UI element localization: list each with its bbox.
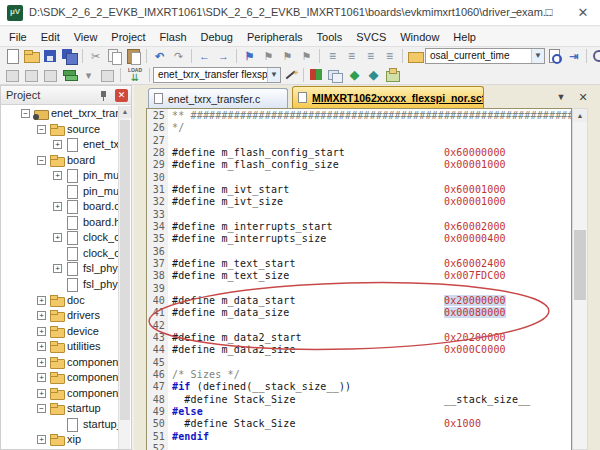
tree-item-device[interactable]: +device bbox=[1, 324, 118, 340]
code-line-33[interactable]: 33 bbox=[147, 209, 571, 221]
menu-item-window[interactable]: Window bbox=[393, 28, 446, 47]
code-line-49[interactable]: 49#else bbox=[147, 406, 571, 418]
code-line-38[interactable]: 38#define m_text_size0x007FDC00 bbox=[147, 270, 571, 282]
tree-item-pin-mu[interactable]: +pin_mu bbox=[1, 168, 118, 184]
menu-item-file[interactable]: File bbox=[2, 28, 34, 47]
expand-icon[interactable]: + bbox=[53, 202, 62, 211]
expand-icon[interactable]: + bbox=[37, 296, 46, 305]
code-line-50[interactable]: 50 #define Stack_Size0x1000 bbox=[147, 418, 571, 430]
undo-icon[interactable]: ↶ bbox=[151, 48, 168, 65]
tree-item-doc[interactable]: +doc bbox=[1, 293, 118, 309]
tree-item-fsl-phy-[interactable]: +fsl_phy. bbox=[1, 261, 118, 277]
save-all-icon[interactable] bbox=[61, 48, 78, 65]
tree-item-fsl-phy-[interactable]: fsl_phy. bbox=[1, 277, 118, 293]
bookmark-next-icon[interactable]: ⚑ bbox=[279, 48, 296, 65]
tree-item-component[interactable]: +component bbox=[1, 355, 118, 371]
run-to-cursor-icon[interactable]: ⇥ bbox=[565, 48, 582, 65]
search-term-select[interactable]: osal_current_time▼ bbox=[425, 48, 545, 64]
configure-flash-tools-icon[interactable]: ◆ bbox=[365, 67, 382, 84]
target-select[interactable]: enet_txrx_transfer flexspi▼ bbox=[153, 67, 281, 83]
copy-icon[interactable] bbox=[106, 48, 123, 65]
code-line-46[interactable]: 46/* Sizes */ bbox=[147, 369, 571, 381]
navigate-back-icon[interactable]: ← bbox=[196, 48, 213, 65]
menu-item-flash[interactable]: Flash bbox=[153, 28, 194, 47]
new-file-icon[interactable] bbox=[4, 48, 21, 65]
tab-enet-txrx-transfer[interactable]: enet_txrx_transfer.c bbox=[148, 88, 288, 108]
tree-item-pin-mu[interactable]: pin_mu bbox=[1, 184, 118, 200]
code-line-42[interactable]: 42 bbox=[147, 320, 571, 332]
tree-item-board-c[interactable]: +board.c bbox=[1, 199, 118, 215]
tree-item-board[interactable]: −board bbox=[1, 153, 118, 169]
code-line-48[interactable]: 48 #define Stack_Size__stack_size__ bbox=[147, 394, 571, 406]
code-line-47[interactable]: 47#if (defined(__stack_size__)) bbox=[147, 381, 571, 393]
batch-build-icon[interactable] bbox=[61, 67, 78, 84]
pin-icon[interactable] bbox=[99, 90, 109, 101]
code-line-44[interactable]: 44#define m_data2_size0x000C0000 bbox=[147, 344, 571, 356]
tree-item-startup-[interactable]: startup_ bbox=[1, 417, 118, 433]
menu-item-edit[interactable]: Edit bbox=[34, 28, 67, 47]
uncomment-selection-icon[interactable] bbox=[381, 48, 398, 65]
tree-item-component[interactable]: +component bbox=[1, 370, 118, 386]
expand-icon[interactable]: + bbox=[53, 140, 62, 149]
collapse-icon[interactable]: − bbox=[37, 404, 46, 413]
expand-icon[interactable]: + bbox=[37, 358, 46, 367]
bookmark-toggle-icon[interactable]: ⚑ bbox=[241, 48, 258, 65]
indent-icon[interactable] bbox=[343, 48, 360, 65]
rebuild-icon[interactable] bbox=[42, 67, 59, 84]
collapse-icon[interactable]: − bbox=[37, 125, 46, 134]
menu-item-peripherals[interactable]: Peripherals bbox=[240, 28, 310, 47]
tab-list-dropdown-icon[interactable]: ▼ bbox=[554, 90, 568, 104]
code-line-45[interactable]: 45 bbox=[147, 357, 571, 369]
pack-installer-icon[interactable] bbox=[384, 67, 401, 84]
tree-item-source[interactable]: −source bbox=[1, 122, 118, 138]
chevron-down-icon[interactable]: ▼ bbox=[267, 68, 280, 82]
expand-icon[interactable]: + bbox=[53, 171, 62, 180]
save-icon[interactable] bbox=[42, 48, 59, 65]
code-line-37[interactable]: 37#define m_text_start0x60002400 bbox=[147, 258, 571, 270]
expand-icon[interactable]: + bbox=[53, 264, 62, 273]
menu-item-project[interactable]: Project bbox=[104, 28, 152, 47]
editor-scroll-thumb[interactable] bbox=[574, 230, 586, 300]
code-editor[interactable]: 25** ###################################… bbox=[146, 108, 572, 450]
expand-icon[interactable]: + bbox=[37, 435, 46, 444]
translate-icon[interactable] bbox=[4, 67, 21, 84]
tree-item-clock-c[interactable]: +clock_c bbox=[1, 230, 118, 246]
expand-icon[interactable]: + bbox=[37, 389, 46, 398]
code-line-43[interactable]: 43#define m_data2_start0x20200000 bbox=[147, 332, 571, 344]
tab-close-icon[interactable]: ✕ bbox=[576, 90, 590, 104]
code-line-39[interactable]: 39 bbox=[147, 283, 571, 295]
comment-selection-icon[interactable] bbox=[362, 48, 379, 65]
tree-item-component[interactable]: +component bbox=[1, 386, 118, 402]
code-line-29[interactable]: 29#define m_flash_config_size0x00001000 bbox=[147, 159, 571, 171]
find-in-files-icon[interactable] bbox=[407, 48, 424, 65]
cut-icon[interactable]: ✂ bbox=[87, 48, 104, 65]
debug-session-icon[interactable] bbox=[308, 67, 325, 84]
code-line-41[interactable]: 41#define m_data_size0x00080000 bbox=[147, 307, 571, 319]
tree-item-enet-txrx-transf[interactable]: −enet_txrx_transf bbox=[1, 106, 118, 122]
collapse-icon[interactable]: − bbox=[21, 109, 30, 118]
manage-windows-icon[interactable] bbox=[327, 67, 344, 84]
code-line-34[interactable]: 34#define m_interrupts_start0x60002000 bbox=[147, 221, 571, 233]
collapse-icon[interactable]: − bbox=[37, 156, 46, 165]
bookmark-prev-icon[interactable]: ⚑ bbox=[260, 48, 277, 65]
code-line-36[interactable]: 36 bbox=[147, 246, 571, 258]
code-line-32[interactable]: 32#define m_ivt_size0x00001000 bbox=[147, 196, 571, 208]
menu-item-debug[interactable]: Debug bbox=[194, 28, 240, 47]
scroll-up-icon[interactable]: ▲ bbox=[573, 109, 587, 122]
menu-item-help[interactable]: Help bbox=[446, 28, 483, 47]
unindent-icon[interactable] bbox=[324, 48, 341, 65]
editor-scrollbar[interactable]: ▲ bbox=[572, 108, 588, 450]
code-line-31[interactable]: 31#define m_ivt_start0x60001000 bbox=[147, 184, 571, 196]
tree-item-enet-txr[interactable]: +enet_txr bbox=[1, 137, 118, 153]
code-line-30[interactable]: 30 bbox=[147, 172, 571, 184]
bookmark-clear-icon[interactable]: ⚑ bbox=[298, 48, 315, 65]
tree-item-xip[interactable]: +xip bbox=[1, 432, 118, 448]
code-line-52[interactable]: 52 bbox=[147, 443, 571, 450]
tree-item-drivers[interactable]: +drivers bbox=[1, 308, 118, 324]
code-line-51[interactable]: 51#endif bbox=[147, 431, 571, 443]
code-line-28[interactable]: 28#define m_flash_config_start0x60000000 bbox=[147, 147, 571, 159]
stop-build-icon[interactable] bbox=[99, 67, 116, 84]
minimize-button[interactable]: – bbox=[498, 0, 532, 25]
expand-icon[interactable]: + bbox=[37, 311, 46, 320]
chevron-down-icon[interactable]: ▼ bbox=[531, 49, 544, 63]
